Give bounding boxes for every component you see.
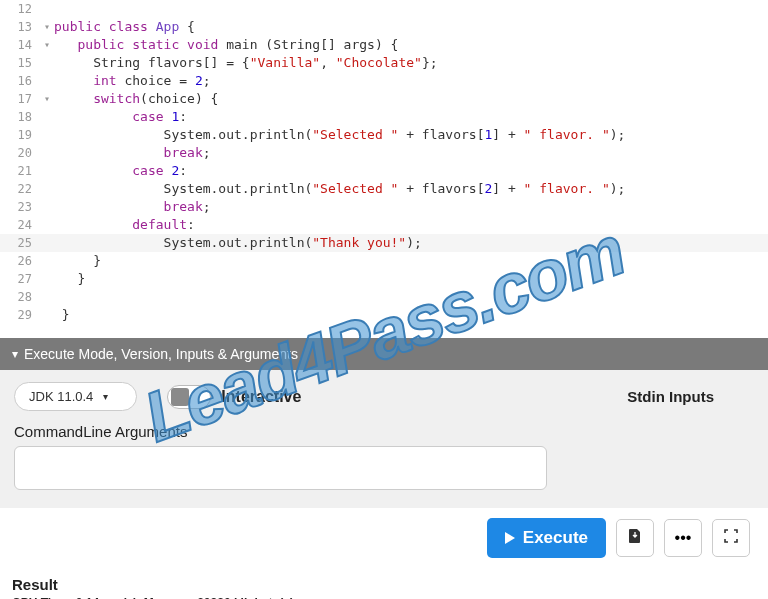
code-line[interactable]: 23 break;	[0, 198, 768, 216]
line-number: 21	[0, 162, 40, 180]
cmdline-label: CommandLine Arguments	[14, 423, 754, 440]
code-text: String flavors[] = {"Vanilla", "Chocolat…	[54, 54, 768, 72]
code-text: }	[54, 252, 768, 270]
execute-label: Execute	[523, 528, 588, 548]
code-line[interactable]: 21 case 2:	[0, 162, 768, 180]
line-number: 25	[0, 234, 40, 252]
code-text: }	[54, 270, 768, 288]
code-text: switch(choice) {	[54, 90, 768, 108]
download-icon	[627, 528, 643, 548]
code-line[interactable]: 15 String flavors[] = {"Vanilla", "Choco…	[0, 54, 768, 72]
code-line[interactable]: 20 break;	[0, 144, 768, 162]
more-icon: •••	[675, 529, 692, 547]
settings-panel-header[interactable]: ▾ Execute Mode, Version, Inputs & Argume…	[0, 338, 768, 370]
code-text: public class App {	[54, 18, 768, 36]
code-line[interactable]: 12	[0, 0, 768, 18]
chevron-down-icon: ▾	[103, 391, 108, 402]
fold-icon[interactable]: ▾	[40, 36, 54, 54]
code-line[interactable]: 22 System.out.println("Selected " + flav…	[0, 180, 768, 198]
code-line[interactable]: 24 default:	[0, 216, 768, 234]
line-number: 26	[0, 252, 40, 270]
execute-button[interactable]: Execute	[487, 518, 606, 558]
code-line[interactable]: 18 case 1:	[0, 108, 768, 126]
code-text: break;	[54, 198, 768, 216]
button-row: Execute •••	[0, 508, 768, 568]
fold-icon[interactable]: ▾	[40, 90, 54, 108]
fullscreen-icon	[724, 529, 738, 547]
line-number: 19	[0, 126, 40, 144]
code-line[interactable]: 14▾ public static void main (String[] ar…	[0, 36, 768, 54]
fold-icon[interactable]: ▾	[40, 18, 54, 36]
interactive-label: Interactive	[221, 388, 301, 406]
jdk-value: JDK 11.0.4	[29, 389, 93, 404]
panel-title: Execute Mode, Version, Inputs & Argument…	[24, 346, 298, 362]
code-line[interactable]: 25 System.out.println("Thank you!");	[0, 234, 768, 252]
play-icon	[505, 532, 515, 544]
code-line[interactable]: 13▾public class App {	[0, 18, 768, 36]
code-text: int choice = 2;	[54, 72, 768, 90]
interactive-toggle[interactable]	[167, 385, 211, 409]
code-text: public static void main (String[] args) …	[54, 36, 768, 54]
fullscreen-button[interactable]	[712, 519, 750, 557]
download-button[interactable]	[616, 519, 654, 557]
more-button[interactable]: •••	[664, 519, 702, 557]
line-number: 20	[0, 144, 40, 162]
code-text: }	[54, 306, 768, 324]
line-number: 17	[0, 90, 40, 108]
line-number: 28	[0, 288, 40, 306]
line-number: 27	[0, 270, 40, 288]
line-number: 16	[0, 72, 40, 90]
line-number: 13	[0, 18, 40, 36]
result-title: Result	[12, 576, 756, 593]
code-line[interactable]: 16 int choice = 2;	[0, 72, 768, 90]
code-line[interactable]: 17▾ switch(choice) {	[0, 90, 768, 108]
line-number: 18	[0, 108, 40, 126]
cmdline-input[interactable]	[14, 446, 547, 490]
code-text: break;	[54, 144, 768, 162]
code-line[interactable]: 27 }	[0, 270, 768, 288]
code-text: default:	[54, 216, 768, 234]
line-number: 24	[0, 216, 40, 234]
code-text: System.out.println("Selected " + flavors…	[54, 180, 768, 198]
line-number: 29	[0, 306, 40, 324]
code-line[interactable]: 19 System.out.println("Selected " + flav…	[0, 126, 768, 144]
line-number: 22	[0, 180, 40, 198]
line-number: 14	[0, 36, 40, 54]
stdin-label: Stdin Inputs	[627, 388, 754, 405]
code-editor[interactable]: 1213▾public class App {14▾ public static…	[0, 0, 768, 324]
line-number: 12	[0, 0, 40, 18]
jdk-dropdown[interactable]: JDK 11.0.4 ▾	[14, 382, 137, 411]
controls-area: JDK 11.0.4 ▾ Interactive Stdin Inputs Co…	[0, 370, 768, 508]
code-line[interactable]: 28	[0, 288, 768, 306]
chevron-down-icon: ▾	[12, 347, 18, 361]
code-line[interactable]: 29 }	[0, 306, 768, 324]
code-text: System.out.println("Thank you!");	[54, 234, 768, 252]
code-text: case 2:	[54, 162, 768, 180]
interactive-toggle-group: Interactive	[167, 385, 301, 409]
line-number: 23	[0, 198, 40, 216]
code-text: System.out.println("Selected " + flavors…	[54, 126, 768, 144]
cmdline-section: CommandLine Arguments	[14, 423, 754, 490]
code-line[interactable]: 26 }	[0, 252, 768, 270]
result-section: Result CPU Time: 0.14 sec(s), Memory: 30…	[0, 568, 768, 599]
toggle-knob	[171, 388, 189, 406]
line-number: 15	[0, 54, 40, 72]
code-text: case 1:	[54, 108, 768, 126]
